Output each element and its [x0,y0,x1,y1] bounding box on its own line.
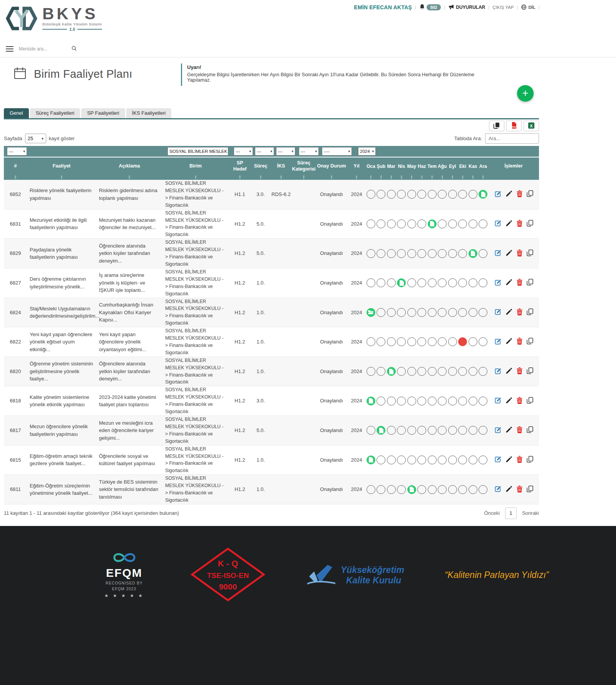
month-status-circle[interactable] [428,397,437,405]
language-link[interactable]: DİL [521,4,536,11]
month-status-circle[interactable] [367,219,375,228]
month-status-circle[interactable] [377,485,385,494]
filter-select-6[interactable]: ---▾ [299,147,319,156]
month-status-circle[interactable] [397,367,406,376]
month-status-circle[interactable] [387,278,396,287]
pencil-button[interactable] [506,397,512,405]
month-status-circle[interactable] [469,278,477,287]
month-status-circle[interactable] [407,397,416,405]
month-status-circle[interactable] [428,337,437,346]
filter-select-4[interactable]: ---▾ [255,147,274,156]
month-status-circle[interactable] [407,249,416,258]
month-status-circle[interactable] [397,190,406,199]
month-status-circle[interactable] [448,190,457,199]
month-status-circle[interactable] [438,485,447,494]
month-status-circle[interactable] [417,426,426,435]
duplicate-button[interactable] [527,250,533,258]
month-status-done-circle[interactable] [367,308,375,317]
month-status-circle[interactable] [377,367,385,376]
month-status-circle[interactable] [448,219,457,228]
pencil-button[interactable] [506,367,512,375]
month-status-circle[interactable] [458,397,467,405]
column-header-2[interactable]: Faaliyet▲▼ [27,157,96,180]
month-status-circle[interactable] [479,426,487,435]
month-status-circle[interactable] [407,190,416,199]
filter-select-3[interactable]: ---▾ [234,147,253,156]
month-status-circle[interactable] [469,426,477,435]
month-status-circle[interactable] [407,367,416,376]
month-status-circle[interactable] [479,485,487,494]
duplicate-button[interactable] [527,426,533,434]
month-status-circle[interactable] [387,456,396,464]
month-status-circle[interactable] [377,397,385,405]
month-status-circle[interactable] [428,456,437,464]
month-status-circle[interactable] [377,308,385,317]
duplicate-button[interactable] [527,486,533,494]
month-status-done-circle[interactable] [377,426,385,435]
filter-select-1[interactable]: ---▾ [7,147,27,156]
month-status-circle[interactable] [387,308,396,317]
delete-button[interactable] [516,279,523,287]
month-status-circle[interactable] [448,337,457,346]
edit-button[interactable] [494,279,502,287]
month-status-circle[interactable] [479,337,487,346]
filter-select-7[interactable]: ----▾ [322,147,352,156]
filter-select-5[interactable]: ---▾ [276,147,295,156]
column-header-6[interactable]: Süreç▲▼ [251,157,270,180]
export-copy-button[interactable] [489,121,504,131]
month-status-circle[interactable] [367,278,375,287]
month-status-circle[interactable] [428,485,437,494]
duplicate-button[interactable] [527,338,533,346]
pencil-button[interactable] [506,486,512,494]
month-status-circle[interactable] [469,308,477,317]
month-status-circle[interactable] [469,337,477,346]
pencil-button[interactable] [506,308,512,317]
month-status-done-circle[interactable] [367,397,375,405]
month-status-circle[interactable] [479,308,487,317]
edit-button[interactable] [494,426,502,435]
delete-button[interactable] [516,338,523,346]
month-status-circle[interactable] [458,190,467,199]
month-status-circle[interactable] [397,219,406,228]
duplicate-button[interactable] [527,190,533,198]
delete-button[interactable] [516,486,523,494]
month-status-done-circle[interactable] [407,485,416,494]
month-status-circle[interactable] [387,249,396,258]
month-status-circle[interactable] [469,190,477,199]
month-status-circle[interactable] [407,456,416,464]
month-status-circle[interactable] [407,278,416,287]
month-status-circle[interactable] [387,337,396,346]
month-status-circle[interactable] [397,485,406,494]
column-header-1[interactable]: #▲▼ [4,157,27,180]
month-status-circle[interactable] [458,456,467,464]
edit-button[interactable] [494,338,502,346]
month-status-circle[interactable] [397,397,406,405]
next-page-button[interactable]: Sonraki [522,510,539,516]
column-header-3[interactable]: Açıklama▲▼ [96,157,162,180]
column-header-4[interactable]: Birim▲▼ [162,157,229,180]
month-status-circle[interactable] [377,219,385,228]
month-status-circle[interactable] [458,426,467,435]
month-status-circle[interactable] [417,278,426,287]
month-status-circle[interactable] [417,337,426,346]
month-status-circle[interactable] [377,278,385,287]
month-status-circle[interactable] [377,337,385,346]
month-status-circle[interactable] [438,219,447,228]
column-header-19[interactable]: Eyl▲▼ [447,157,458,180]
month-status-done-circle[interactable] [387,367,396,376]
filter-select-2[interactable]: SOSYAL BİLİMLER MESLEK Y▾ [167,147,228,156]
menu-search-input[interactable] [19,46,66,52]
column-header-11[interactable]: Oca▲▼ [366,157,376,180]
duplicate-button[interactable] [527,367,533,375]
month-status-circle[interactable] [448,308,457,317]
month-status-done-circle[interactable] [469,249,477,258]
month-status-circle[interactable] [387,426,396,435]
notifications-button[interactable]: 502 [419,4,441,11]
tab-surec-faaliyetleri[interactable]: Süreç Faaliyetleri [30,108,80,118]
delete-button[interactable] [516,367,523,375]
month-status-circle[interactable] [448,367,457,376]
month-status-circle[interactable] [367,485,375,494]
month-status-circle[interactable] [479,367,487,376]
month-status-circle[interactable] [448,278,457,287]
month-status-circle[interactable] [469,219,477,228]
